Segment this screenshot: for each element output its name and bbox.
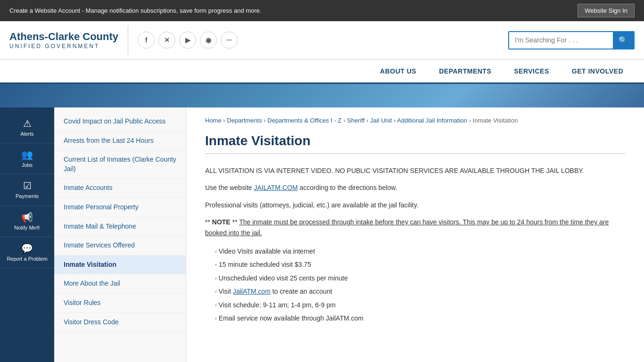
content-para3: Professional visits (attorneys, judicial…	[205, 200, 625, 210]
list-item: Unscheduled video visit 25 cents per min…	[215, 272, 625, 285]
sidebar-item-current-inmates[interactable]: Current List of Inmates (Clarke County J…	[54, 150, 186, 179]
left-nav-payments-label: Payments	[16, 193, 39, 199]
instagram-icon[interactable]: ◉	[200, 32, 217, 49]
list-item: Email service now available through Jail…	[215, 312, 625, 325]
left-nav-payments[interactable]: ☑ Payments	[0, 174, 54, 206]
sidebar-item-personal-property[interactable]: Inmate Personal Property	[54, 198, 186, 217]
report-icon: 💬	[21, 243, 33, 254]
breadcrumb-sheriff[interactable]: Sheriff	[347, 117, 364, 124]
more-icon[interactable]: ···	[221, 32, 238, 49]
social-icons: f ✕ ▶ ◉ ···	[138, 32, 238, 49]
sidebar-item-arrests[interactable]: Arrests from the Last 24 Hours	[54, 132, 186, 151]
left-nav-alerts-label: Alerts	[20, 131, 33, 137]
twitter-x-icon[interactable]: ✕	[158, 32, 175, 49]
sidebar-item-covid[interactable]: Covid Impact on Jail Public Access	[54, 112, 186, 132]
logo: Athens-Clarke County UNIFIED GOVERNMENT	[9, 31, 118, 49]
sidebar-item-visitor-rules[interactable]: Visitor Rules	[54, 294, 186, 313]
search-button[interactable]: 🔍	[613, 32, 634, 49]
breadcrumb-home[interactable]: Home	[205, 117, 222, 124]
facebook-icon[interactable]: f	[138, 32, 155, 49]
bullet-list: Video Visits available via internet 15 m…	[215, 245, 625, 325]
list-item: Visit schedule: 9-11 am; 1-4 pm, 6-9 pm	[215, 298, 625, 312]
left-nav-jobs[interactable]: 👥 Jobs	[0, 143, 54, 174]
search-area: 🔍	[508, 31, 635, 49]
hero-banner	[0, 84, 644, 107]
breadcrumb: Home › Departments › Departments & Offic…	[205, 117, 625, 124]
left-nav-notify-label: Notify Me®	[14, 225, 40, 231]
list-item: Visit JailATM.com to create an account	[215, 285, 625, 298]
sidebar-menu: Covid Impact on Jail Public Access Arres…	[54, 107, 186, 362]
sidebar-item-inmate-accounts[interactable]: Inmate Accounts	[54, 179, 186, 198]
content-para2: Use the website JAILATM.COM according to…	[205, 182, 625, 193]
jailatm-account-link[interactable]: JailATM.com	[233, 288, 271, 295]
logo-sub-name: UNIFIED GOVERNMENT	[9, 43, 118, 49]
search-input[interactable]	[509, 33, 613, 48]
left-nav: ⚠ Alerts 👥 Jobs ☑ Payments 📢 Notify Me® …	[0, 107, 54, 362]
logo-area: Athens-Clarke County UNIFIED GOVERNMENT …	[9, 26, 238, 54]
header: Athens-Clarke County UNIFIED GOVERNMENT …	[0, 21, 644, 59]
nav-services[interactable]: SERVICES	[503, 60, 561, 82]
breadcrumb-departments[interactable]: Departments	[227, 117, 262, 124]
note-para: ** NOTE ** The inmate must be processed …	[205, 217, 625, 238]
top-banner: Create a Website Account - Manage notifi…	[0, 0, 644, 21]
payments-icon: ☑	[23, 180, 32, 191]
breadcrumb-current-page: Inmate Visitation	[473, 117, 518, 124]
logo-divider	[128, 26, 128, 54]
jailatm-link[interactable]: JAILATM.COM	[254, 184, 298, 191]
breadcrumb-additional-jail[interactable]: Additional Jail Information	[397, 117, 467, 124]
top-banner-text: Create a Website Account - Manage notifi…	[9, 7, 578, 14]
alerts-icon: ⚠	[23, 118, 32, 129]
nav-about-us[interactable]: ABOUT US	[369, 60, 428, 82]
breadcrumb-departments-offices[interactable]: Departments & Offices I - Z	[267, 117, 341, 124]
youtube-icon[interactable]: ▶	[179, 32, 196, 49]
sidebar-item-visitor-dress-code[interactable]: Visitor Dress Code	[54, 313, 186, 332]
left-nav-report-label: Report a Problem	[7, 256, 47, 262]
notify-icon: 📢	[21, 212, 33, 223]
nav-get-involved[interactable]: GET INVOLVED	[561, 60, 635, 82]
jobs-icon: 👥	[21, 149, 33, 160]
main-content: Home › Departments › Departments & Offic…	[186, 107, 644, 362]
nav-departments[interactable]: DEPARTMENTS	[428, 60, 503, 82]
left-nav-jobs-label: Jobs	[22, 162, 33, 168]
sidebar-item-visitation[interactable]: Inmate Visitation	[54, 255, 186, 275]
note-underlined: The inmate must be processed through int…	[205, 218, 609, 236]
content-para1: ALL VISITATION IS VIA INTERNET VIDEO. NO…	[205, 165, 625, 176]
page-title: Inmate Visitation	[205, 133, 625, 154]
list-item: Video Visits available via internet	[215, 245, 625, 258]
left-nav-alerts[interactable]: ⚠ Alerts	[0, 112, 54, 143]
left-nav-report[interactable]: 💬 Report a Problem	[0, 237, 54, 268]
left-nav-notify[interactable]: 📢 Notify Me®	[0, 206, 54, 237]
nav-bar: ABOUT US DEPARTMENTS SERVICES GET INVOLV…	[0, 59, 644, 84]
list-item: 15 minute scheduled visit $3.75	[215, 258, 625, 271]
note-label: NOTE	[212, 218, 231, 226]
logo-main-name: Athens-Clarke County	[9, 31, 118, 43]
sidebar-item-services-offered[interactable]: Inmate Services Offered	[54, 236, 186, 255]
breadcrumb-jail-unit[interactable]: Jail Unit	[370, 117, 392, 124]
sidebar-item-more-about-jail[interactable]: More About the Jail	[54, 274, 186, 294]
sidebar-item-mail-telephone[interactable]: Inmate Mail & Telephone	[54, 217, 186, 237]
page-layout: ⚠ Alerts 👥 Jobs ☑ Payments 📢 Notify Me® …	[0, 107, 644, 362]
website-signin-button[interactable]: Website Sign In	[578, 4, 635, 17]
